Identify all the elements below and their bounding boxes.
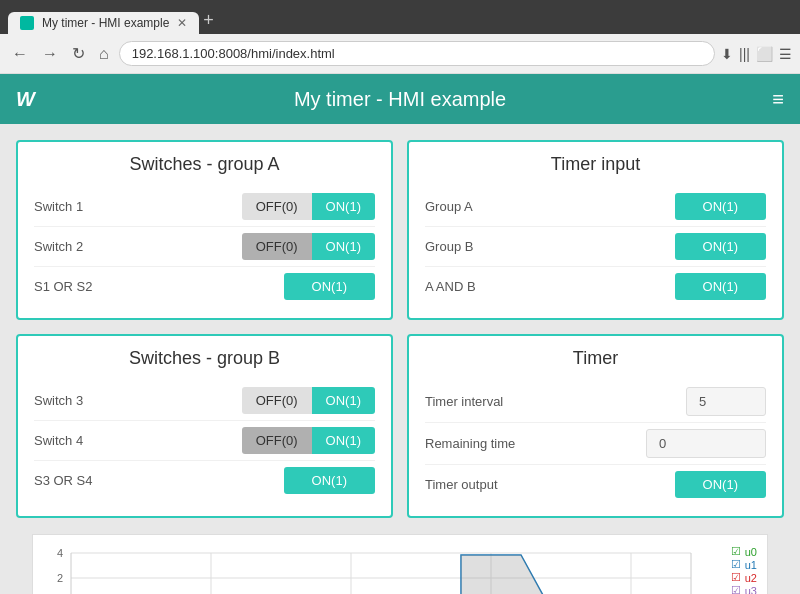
legend-u1-label: u1 (745, 559, 757, 571)
timer-output-row: Timer output ON(1) (425, 465, 766, 504)
main-content: Switches - group A Switch 1 OFF(0) ON(1)… (0, 124, 800, 534)
timer-group-a-button[interactable]: ON(1) (675, 193, 766, 220)
legend-u0: ☑ u0 (731, 545, 757, 558)
chart-section: ☑ u0 ☑ u1 ☑ u2 ☑ u3 (0, 534, 800, 594)
timer-interval-label: Timer interval (425, 394, 686, 409)
legend-u0-label: u0 (745, 546, 757, 558)
switch-3-off-button[interactable]: OFF(0) (242, 387, 312, 414)
tab-favicon (20, 16, 34, 30)
switch-4-on-button[interactable]: ON(1) (312, 427, 375, 454)
switch-2-row: Switch 2 OFF(0) ON(1) (34, 227, 375, 267)
url-bar[interactable] (119, 41, 715, 66)
timer-input-card: Timer input Group A ON(1) Group B ON(1) … (407, 140, 784, 320)
timer-input-title: Timer input (425, 154, 766, 175)
timer-group-b-button[interactable]: ON(1) (675, 233, 766, 260)
timer-group-a-row: Group A ON(1) (425, 187, 766, 227)
app-title: My timer - HMI example (294, 88, 506, 111)
legend-u2: ☑ u2 (731, 571, 757, 584)
switches-group-b-card: Switches - group B Switch 3 OFF(0) ON(1)… (16, 334, 393, 518)
timer-a-and-b-button[interactable]: ON(1) (675, 273, 766, 300)
switch-4-row: Switch 4 OFF(0) ON(1) (34, 421, 375, 461)
remaining-time-row: Remaining time 0 (425, 423, 766, 465)
timer-a-and-b-label: A AND B (425, 279, 675, 294)
switch-1-controls: OFF(0) ON(1) (242, 193, 375, 220)
switch-2-on-button[interactable]: ON(1) (312, 233, 375, 260)
home-button[interactable]: ⌂ (95, 43, 113, 65)
s1-or-s2-label: S1 OR S2 (34, 279, 284, 294)
switch-3-label: Switch 3 (34, 393, 242, 408)
switches-group-b-title: Switches - group B (34, 348, 375, 369)
new-tab-button[interactable]: + (203, 10, 214, 31)
remaining-time-label: Remaining time (425, 436, 646, 451)
timer-group-b-row: Group B ON(1) (425, 227, 766, 267)
svg-text:2: 2 (57, 572, 63, 584)
refresh-button[interactable]: ↻ (68, 42, 89, 65)
switch-1-label: Switch 1 (34, 199, 242, 214)
app-logo: W (16, 88, 35, 111)
s1-or-s2-row: S1 OR S2 ON(1) (34, 267, 375, 306)
tab-close-button[interactable]: ✕ (177, 16, 187, 30)
switch-4-label: Switch 4 (34, 433, 242, 448)
switch-3-controls: OFF(0) ON(1) (242, 387, 375, 414)
chart-svg: 4 2 0 15:22:55 15:23 15:23:05 15:23:10 (41, 543, 721, 594)
menu-icon[interactable]: ☰ (779, 46, 792, 62)
timer-interval-row: Timer interval 5 (425, 381, 766, 423)
nav-bar: ← → ↻ ⌂ ⬇ ||| ⬜ ☰ (0, 34, 800, 74)
browser-tab[interactable]: My timer - HMI example ✕ (8, 12, 199, 34)
timer-a-and-b-row: A AND B ON(1) (425, 267, 766, 306)
switches-group-a-title: Switches - group A (34, 154, 375, 175)
switch-2-controls: OFF(0) ON(1) (242, 233, 375, 260)
tab-title: My timer - HMI example (42, 16, 169, 30)
back-button[interactable]: ← (8, 43, 32, 65)
legend-u2-label: u2 (745, 572, 757, 584)
switch-3-row: Switch 3 OFF(0) ON(1) (34, 381, 375, 421)
switch-1-row: Switch 1 OFF(0) ON(1) (34, 187, 375, 227)
forward-button[interactable]: → (38, 43, 62, 65)
nav-right-icons: ⬇ ||| ⬜ ☰ (721, 46, 792, 62)
svg-marker-17 (461, 555, 561, 594)
switch-1-off-button[interactable]: OFF(0) (242, 193, 312, 220)
s3-or-s4-button[interactable]: ON(1) (284, 467, 375, 494)
switch-2-label: Switch 2 (34, 239, 242, 254)
timer-output-button[interactable]: ON(1) (675, 471, 766, 498)
legend-u3-label: u3 (745, 585, 757, 595)
timer-card: Timer Timer interval 5 Remaining time 0 … (407, 334, 784, 518)
timer-group-b-label: Group B (425, 239, 675, 254)
s3-or-s4-label: S3 OR S4 (34, 473, 284, 488)
bookmarks-icon: ||| (739, 46, 750, 62)
s3-or-s4-row: S3 OR S4 ON(1) (34, 461, 375, 500)
switch-4-off-button[interactable]: OFF(0) (242, 427, 312, 454)
switch-4-controls: OFF(0) ON(1) (242, 427, 375, 454)
switch-2-off-button[interactable]: OFF(0) (242, 233, 312, 260)
switches-group-a-card: Switches - group A Switch 1 OFF(0) ON(1)… (16, 140, 393, 320)
legend-u1: ☑ u1 (731, 558, 757, 571)
timer-group-a-label: Group A (425, 199, 675, 214)
app-menu-button[interactable]: ≡ (772, 88, 784, 111)
timer-interval-value: 5 (686, 387, 766, 416)
timer-output-label: Timer output (425, 477, 675, 492)
timer-title: Timer (425, 348, 766, 369)
download-icon: ⬇ (721, 46, 733, 62)
app-header: W My timer - HMI example ≡ (0, 74, 800, 124)
chart-container: ☑ u0 ☑ u1 ☑ u2 ☑ u3 (32, 534, 768, 594)
extensions-icon: ⬜ (756, 46, 773, 62)
remaining-time-value: 0 (646, 429, 766, 458)
svg-text:4: 4 (57, 547, 63, 559)
legend-u3: ☑ u3 (731, 584, 757, 594)
switch-1-on-button[interactable]: ON(1) (312, 193, 375, 220)
switch-3-on-button[interactable]: ON(1) (312, 387, 375, 414)
s1-or-s2-button[interactable]: ON(1) (284, 273, 375, 300)
chart-legend: ☑ u0 ☑ u1 ☑ u2 ☑ u3 (731, 545, 757, 594)
